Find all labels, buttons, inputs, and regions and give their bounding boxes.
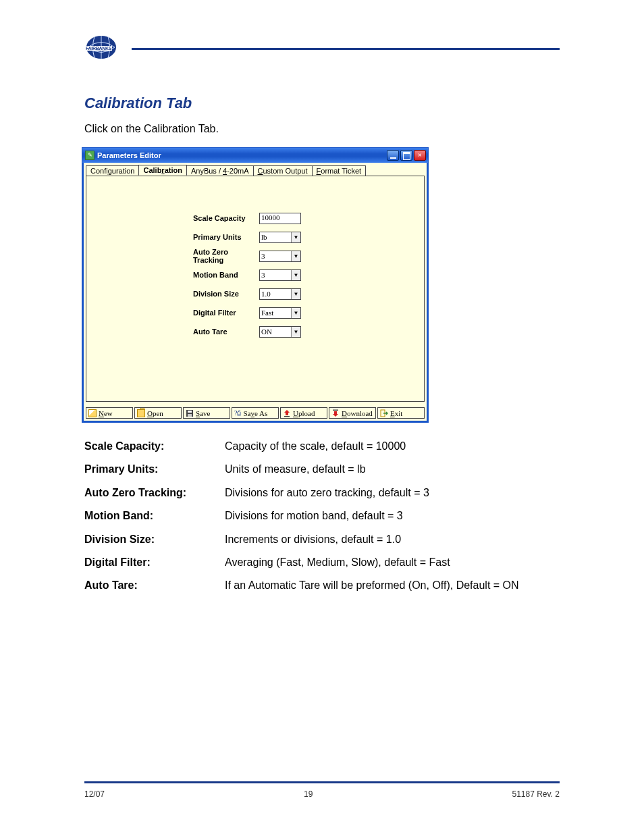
select-digital-filter[interactable]: Fast▼ xyxy=(259,307,301,319)
chevron-down-icon: ▼ xyxy=(291,289,300,299)
footer-rule xyxy=(84,781,560,783)
desc-primary-units-def: Units of measure, default = lb xyxy=(225,462,560,477)
chevron-down-icon: ▼ xyxy=(291,308,300,318)
label-motion-band: Motion Band xyxy=(193,271,259,279)
upload-button[interactable]: Upload xyxy=(283,408,315,418)
select-auto-zero-tracking[interactable]: 3▼ xyxy=(259,251,301,262)
desc-primary-units-term: Primary Units: xyxy=(84,462,225,477)
tab-page-calibration: Scale Capacity 10000 Primary Units lb▼ A… xyxy=(86,176,425,402)
download-icon xyxy=(331,409,340,417)
exit-icon xyxy=(380,409,388,417)
brand-logo: FAIRBANKS xyxy=(84,34,118,64)
input-scale-capacity[interactable]: 10000 xyxy=(259,213,301,224)
footer-date: 12/07 xyxy=(84,789,105,799)
exit-button[interactable]: Exit xyxy=(380,408,402,418)
desc-auto-zero-def: Divisions for auto zero tracking, defaul… xyxy=(225,486,560,500)
header-rule xyxy=(132,48,560,50)
tab-custom-output[interactable]: Custom Output xyxy=(253,165,313,176)
download-button[interactable]: Download xyxy=(331,408,373,418)
desc-scale-capacity-term: Scale Capacity: xyxy=(84,439,225,454)
desc-division-size-term: Division Size: xyxy=(84,532,225,547)
chevron-down-icon: ▼ xyxy=(291,327,300,337)
label-auto-zero-tracking: Auto Zero Tracking xyxy=(193,248,259,264)
folder-open-icon xyxy=(137,409,145,417)
title-bar[interactable]: ✎ Parameters Editor × xyxy=(82,148,428,163)
save-as-button[interactable]: ?⎙Save As xyxy=(234,408,267,418)
tab-calibration[interactable]: Calibration xyxy=(138,165,186,176)
desc-auto-tare-def: If an Automatic Tare will be preformed (… xyxy=(225,578,560,593)
app-icon: ✎ xyxy=(85,151,95,160)
instruction-text: Click on the Calibration Tab. xyxy=(84,122,560,136)
select-motion-band[interactable]: 3▼ xyxy=(259,269,301,281)
new-button[interactable]: New xyxy=(88,408,113,418)
desc-scale-capacity-def: Capacity of the scale, default = 10000 xyxy=(225,439,560,454)
window-title: Parameters Editor xyxy=(97,151,161,159)
tab-format-ticket[interactable]: Format Ticket xyxy=(312,165,367,176)
svg-rect-3 xyxy=(188,411,192,413)
desc-digital-filter-term: Digital Filter: xyxy=(84,555,225,570)
parameters-editor-window: ✎ Parameters Editor × Configuration Cali… xyxy=(82,147,429,423)
select-auto-tare[interactable]: ON▼ xyxy=(259,326,301,338)
footer-revision: 51187 Rev. 2 xyxy=(512,789,560,799)
upload-icon xyxy=(283,409,291,417)
label-division-size: Division Size xyxy=(193,290,259,298)
select-division-size[interactable]: 1.0▼ xyxy=(259,288,301,300)
save-button[interactable]: Save xyxy=(186,408,210,418)
footer-page-number: 19 xyxy=(304,789,313,799)
svg-rect-4 xyxy=(188,414,192,417)
label-digital-filter: Digital Filter xyxy=(193,309,259,317)
save-as-icon: ?⎙ xyxy=(234,409,241,417)
label-primary-units: Primary Units xyxy=(193,233,259,241)
chevron-down-icon: ▼ xyxy=(291,232,300,242)
chevron-down-icon: ▼ xyxy=(291,270,300,280)
desc-auto-tare-term: Auto Tare: xyxy=(84,578,225,593)
svg-rect-5 xyxy=(284,416,290,417)
desc-motion-band-def: Divisions for motion band, default = 3 xyxy=(225,509,560,523)
tab-strip: Configuration Calibration AnyBus / 4-20m… xyxy=(86,165,365,176)
desc-motion-band-term: Motion Band: xyxy=(84,509,225,523)
floppy-icon xyxy=(186,409,194,417)
brand-text: FAIRBANKS xyxy=(85,46,112,51)
svg-rect-6 xyxy=(333,409,338,411)
button-bar: New Open Save ?⎙Save As Upload Download … xyxy=(86,407,425,419)
desc-digital-filter-def: Averaging (Fast, Medium, Slow), default … xyxy=(225,555,560,570)
tab-configuration[interactable]: Configuration xyxy=(86,165,139,176)
close-button[interactable]: × xyxy=(414,150,426,161)
tab-anybus[interactable]: AnyBus / 4-20mA xyxy=(186,165,254,176)
label-scale-capacity: Scale Capacity xyxy=(193,214,259,222)
new-file-icon xyxy=(88,409,97,417)
minimize-button[interactable] xyxy=(387,150,399,161)
open-button[interactable]: Open xyxy=(137,408,163,418)
desc-division-size-def: Increments or divisions, default = 1.0 xyxy=(225,532,560,547)
label-auto-tare: Auto Tare xyxy=(193,328,259,336)
desc-auto-zero-term: Auto Zero Tracking: xyxy=(84,486,225,500)
chevron-down-icon: ▼ xyxy=(291,251,300,261)
maximize-button[interactable] xyxy=(400,150,412,161)
select-primary-units[interactable]: lb▼ xyxy=(259,232,301,243)
section-title: Calibration Tab xyxy=(84,95,192,112)
